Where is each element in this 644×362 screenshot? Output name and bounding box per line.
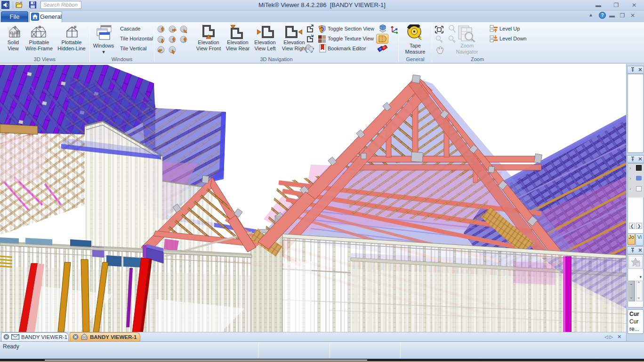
- svg-text:?: ?: [601, 13, 604, 18]
